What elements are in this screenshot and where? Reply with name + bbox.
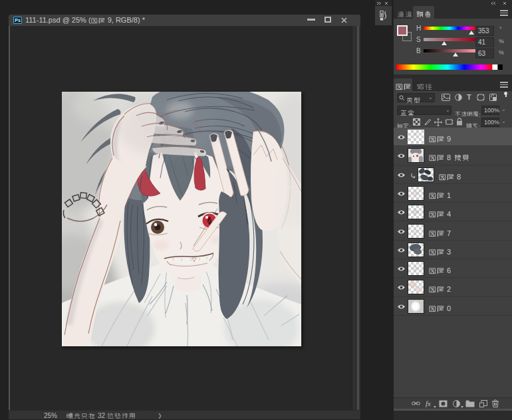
svg-text:12: 12 <box>229 167 233 171</box>
